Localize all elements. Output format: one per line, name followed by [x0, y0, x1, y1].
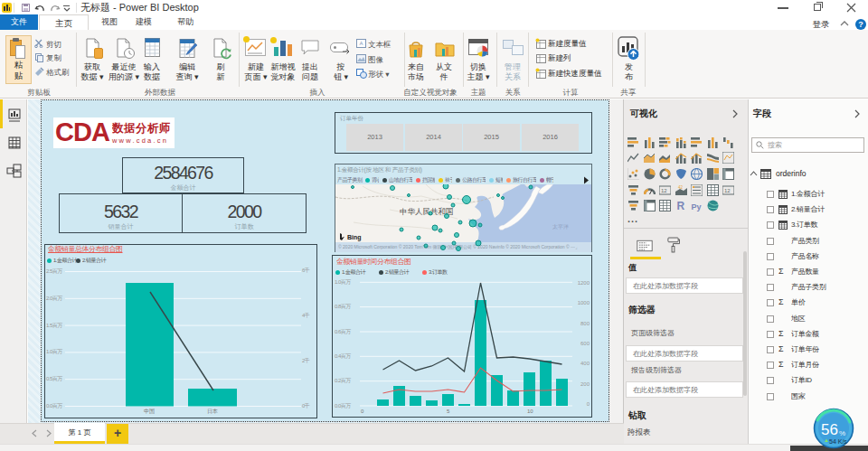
svg-text:56: 56	[821, 421, 838, 438]
svg-text:%: %	[839, 429, 845, 437]
svg-text:12: 12	[661, 188, 667, 193]
svg-text:54 K/s: 54 K/s	[829, 438, 847, 445]
svg-text:42: 42	[678, 185, 684, 190]
svg-text:R: R	[677, 200, 685, 211]
svg-text:Py: Py	[692, 202, 702, 211]
svg-text:12: 12	[724, 188, 731, 193]
